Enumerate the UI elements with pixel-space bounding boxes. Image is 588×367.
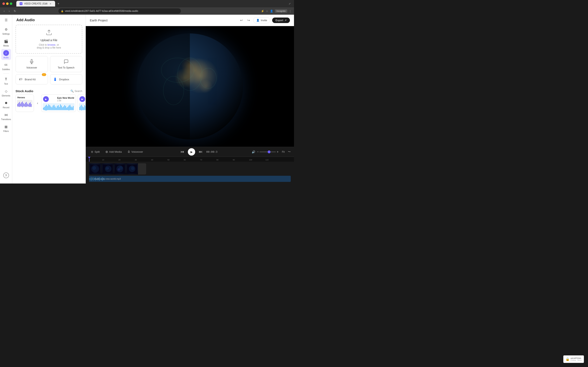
- sidebar-item-subtitles[interactable]: CC Subtitles: [1, 61, 11, 72]
- sidebar-item-filters[interactable]: ▦ Filters: [1, 123, 11, 133]
- panel-title: Add Audio: [16, 18, 81, 22]
- svg-rect-50: [82, 106, 83, 110]
- zoom-control: − +: [257, 150, 279, 154]
- brand-kit-icon: 🏷: [18, 77, 23, 82]
- sidebar-item-settings[interactable]: ⚙ Settings: [1, 25, 11, 36]
- new-tab-button[interactable]: +: [56, 1, 61, 6]
- svg-rect-44: [71, 106, 71, 110]
- svg-rect-21: [46, 105, 47, 110]
- address-input[interactable]: 🔒 veed.io/edit/abcb1297-5a01-4d77-b2aa-a…: [58, 8, 181, 14]
- minimize-window-button[interactable]: [6, 2, 9, 5]
- video-track[interactable]: [89, 163, 146, 175]
- play-epic-button[interactable]: ▶: [43, 96, 49, 102]
- play-in-the-button[interactable]: ▶: [79, 96, 85, 102]
- add-media-button[interactable]: ⊕ Add Media: [104, 149, 123, 155]
- zoom-out-button[interactable]: −: [257, 150, 259, 154]
- svg-rect-47: [79, 107, 80, 110]
- upload-area[interactable]: Upload a File Click to browse, ordrag & …: [16, 25, 82, 54]
- ruler-mark-70: 70: [200, 159, 202, 161]
- svg-rect-84: [89, 178, 89, 180]
- play-button[interactable]: ▶: [188, 148, 195, 156]
- pro-badge: ⚡: [42, 73, 46, 76]
- audio-tracks-list: Heroes: [12, 94, 86, 115]
- waveform-button[interactable]: 〜: [288, 150, 291, 154]
- ruler-mark-110: 110: [265, 159, 268, 161]
- dropbox-card[interactable]: Dropbox: [50, 74, 82, 84]
- sidebar-item-record[interactable]: ⏺ Record: [1, 99, 11, 110]
- audio-track-label: 🎵 Audio epic-new-world.mp3: [91, 178, 121, 180]
- export-button[interactable]: Export ↗: [272, 17, 290, 23]
- search-button[interactable]: 🔍 Search: [70, 90, 82, 92]
- earth-visual: [137, 33, 243, 140]
- sidebar-item-audio[interactable]: ♪ Audio: [1, 49, 11, 60]
- fast-forward-button[interactable]: ⏭: [197, 149, 204, 155]
- svg-rect-36: [62, 107, 63, 110]
- svg-point-82: [131, 167, 134, 170]
- svg-rect-30: [56, 108, 56, 110]
- fit-button[interactable]: Fit: [280, 150, 286, 154]
- svg-rect-52: [84, 105, 85, 110]
- voiceover-card[interactable]: Voiceover: [16, 56, 48, 72]
- video-thumb-3: [113, 163, 126, 175]
- invite-button[interactable]: 👤 Invite: [253, 17, 270, 23]
- bookmark-icon[interactable]: ☆: [266, 9, 268, 13]
- tab-favicon: V: [20, 2, 22, 5]
- prev-track-button[interactable]: ‹: [35, 94, 40, 112]
- active-tab[interactable]: V VEED CREATE | Edit ✕: [16, 1, 55, 7]
- split-label: Split: [95, 150, 100, 153]
- sidebar-item-transitions[interactable]: ⋈ Transitions: [1, 111, 11, 122]
- sidebar-item-elements[interactable]: ◇ Elements: [1, 87, 11, 98]
- brand-kit-card[interactable]: ⚡ 🏷 Brand Kit: [16, 74, 48, 84]
- top-bar-actions: ↩ ↪ 👤 Invite Export ↗: [239, 17, 290, 24]
- sidebar-item-text[interactable]: T Text: [1, 75, 11, 86]
- rewind-button[interactable]: ⏮: [179, 149, 186, 155]
- svg-rect-34: [60, 104, 61, 110]
- refresh-button[interactable]: ↻: [12, 8, 17, 13]
- svg-rect-28: [54, 105, 54, 110]
- redo-button[interactable]: ↪: [246, 17, 251, 24]
- audio-track-timeline[interactable]: 🎵 Audio epic-new-world.mp3: [89, 176, 291, 182]
- undo-button[interactable]: ↩: [239, 17, 244, 24]
- add-media-label: Add Media: [109, 150, 122, 153]
- split-button[interactable]: Split: [89, 150, 101, 154]
- fullscreen-window-button[interactable]: [10, 2, 12, 5]
- browse-link[interactable]: browse: [48, 43, 56, 46]
- volume-button[interactable]: 🔊: [252, 150, 255, 154]
- sidebar-item-help[interactable]: ?: [1, 171, 11, 179]
- menu-button[interactable]: ☰: [3, 17, 9, 23]
- address-right-icons: ⚡ ☆ 👤 Incognito ⋮: [261, 9, 292, 13]
- close-window-button[interactable]: [2, 2, 5, 5]
- main-content: Earth Project ↩ ↪ 👤 Invite Export ↗: [86, 15, 294, 184]
- tab-title: VEED CREATE | Edit: [24, 2, 47, 5]
- zoom-in-button[interactable]: +: [277, 150, 278, 154]
- elements-label: Elements: [2, 95, 10, 97]
- app-container: ☰ ⚙ Settings 🎬 Media ♪ Audio CC Subtitle…: [0, 15, 294, 184]
- ruler-mark-60: 60: [184, 159, 186, 161]
- address-bar: ‹ › ↻ 🔒 veed.io/edit/abcb1297-5a01-4d77-…: [0, 7, 294, 15]
- text-to-speech-card[interactable]: Text To Speech: [50, 56, 82, 72]
- svg-rect-32: [58, 105, 59, 110]
- ruler-mark-20: 20: [118, 159, 121, 161]
- svg-rect-17: [31, 104, 31, 107]
- audio-panel: Add Audio Upload a File Click to browse,…: [12, 15, 86, 184]
- back-button[interactable]: ‹: [2, 8, 6, 13]
- playhead-triangle: [88, 157, 90, 158]
- svg-rect-33: [59, 107, 60, 110]
- text-to-speech-icon: [64, 59, 69, 65]
- upload-subtitle: Click to browse, ordrag & drop a file he…: [37, 43, 61, 49]
- svg-rect-85: [90, 178, 90, 180]
- svg-rect-10: [24, 104, 25, 106]
- audio-label: Audio: [3, 57, 9, 59]
- timeline: Split ⊕ Add Media Voiceover ⏮ ▶ ⏭ 00:00:…: [86, 147, 294, 184]
- browser-title-bar: V VEED CREATE | Edit ✕ + ⤢: [0, 0, 294, 7]
- ruler-mark-10: 10: [102, 159, 104, 161]
- sidebar-item-media[interactable]: 🎬 Media: [1, 37, 11, 48]
- zoom-slider[interactable]: [259, 151, 276, 152]
- forward-button[interactable]: ›: [8, 8, 11, 13]
- source-cards: ⚡ 🏷 Brand Kit Dropbox: [16, 74, 82, 84]
- menu-icon[interactable]: ⋮: [289, 9, 292, 13]
- voiceover-timeline-button[interactable]: Voiceover: [126, 150, 145, 154]
- filters-icon: ▦: [3, 124, 9, 129]
- tab-close-button[interactable]: ✕: [49, 2, 52, 5]
- ruler-mark-30: 30: [135, 159, 137, 161]
